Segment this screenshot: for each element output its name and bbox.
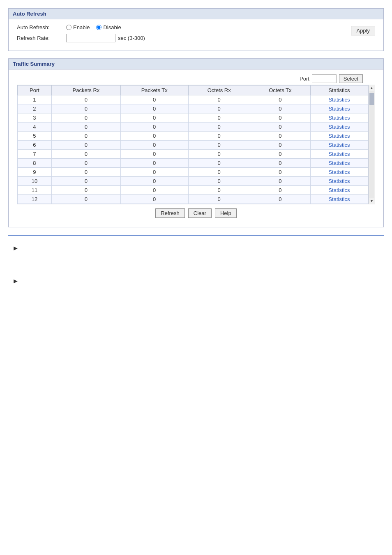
cell-statistics[interactable]: Statistics — [310, 159, 368, 168]
cell-octets-tx: 0 — [250, 159, 310, 168]
cell-octets-tx: 0 — [250, 186, 310, 195]
auto-refresh-header: Auto Refresh — [9, 9, 383, 19]
cell-port: 5 — [18, 132, 52, 141]
disable-radio[interactable] — [96, 25, 101, 30]
table-row: 6 0 0 0 0 Statistics — [18, 141, 368, 150]
enable-radio-option[interactable]: Enable — [66, 24, 90, 30]
refresh-rate-row: Refresh Rate: sec (3-300) — [17, 34, 145, 42]
table-row: 1 0 0 0 0 Statistics — [18, 95, 368, 104]
arrow-section-2: ► — [8, 277, 384, 301]
cell-port: 6 — [18, 141, 52, 150]
cell-octets-rx: 0 — [188, 168, 250, 177]
disable-radio-option[interactable]: Disable — [96, 24, 121, 30]
port-label: Port — [300, 76, 309, 82]
cell-packets-tx: 0 — [120, 141, 188, 150]
cell-packets-rx: 0 — [51, 150, 120, 159]
auto-refresh-radio-group: Enable Disable — [66, 24, 121, 30]
cell-packets-rx: 0 — [51, 113, 120, 123]
statistics-link[interactable]: Statistics — [328, 97, 350, 103]
cell-octets-rx: 0 — [188, 95, 250, 104]
cell-packets-rx: 0 — [51, 123, 120, 132]
cell-octets-rx: 0 — [188, 186, 250, 195]
enable-radio[interactable] — [66, 25, 71, 30]
table-row: 12 0 0 0 0 Statistics — [18, 195, 368, 204]
cell-packets-rx: 0 — [51, 177, 120, 186]
cell-packets-rx: 0 — [51, 195, 120, 204]
cell-statistics[interactable]: Statistics — [310, 104, 368, 113]
cell-port: 4 — [18, 123, 52, 132]
cell-statistics[interactable]: Statistics — [310, 141, 368, 150]
cell-octets-rx: 0 — [188, 141, 250, 150]
cell-port: 3 — [18, 113, 52, 123]
cell-octets-rx: 0 — [188, 150, 250, 159]
cell-packets-rx: 0 — [51, 95, 120, 104]
cell-statistics[interactable]: Statistics — [310, 177, 368, 186]
refresh-rate-label: Refresh Rate: — [17, 35, 66, 41]
cell-statistics[interactable]: Statistics — [310, 95, 368, 104]
cell-packets-tx: 0 — [120, 168, 188, 177]
clear-button[interactable]: Clear — [188, 208, 212, 218]
statistics-link[interactable]: Statistics — [328, 196, 350, 202]
cell-packets-tx: 0 — [120, 132, 188, 141]
col-packets-tx: Packets Tx — [120, 86, 188, 95]
cell-octets-rx: 0 — [188, 177, 250, 186]
statistics-link[interactable]: Statistics — [328, 133, 350, 139]
cell-octets-tx: 0 — [250, 177, 310, 186]
statistics-link[interactable]: Statistics — [328, 106, 350, 112]
statistics-link[interactable]: Statistics — [328, 178, 350, 184]
cell-octets-tx: 0 — [250, 150, 310, 159]
auto-refresh-title: Auto Refresh — [13, 11, 46, 17]
scroll-up-arrow[interactable]: ▲ — [370, 86, 374, 90]
arrow-icon-2: ► — [12, 278, 19, 285]
cell-octets-rx: 0 — [188, 159, 250, 168]
help-button[interactable]: Help — [215, 208, 237, 218]
cell-packets-tx: 0 — [120, 104, 188, 113]
cell-port: 7 — [18, 150, 52, 159]
scroll-down-arrow[interactable]: ▼ — [370, 199, 374, 204]
port-select-row: Port Select — [17, 74, 375, 83]
cell-octets-rx: 0 — [188, 113, 250, 123]
cell-packets-tx: 0 — [120, 113, 188, 123]
table-header-row: Port Packets Rx Packets Tx Octets Rx Oct… — [18, 86, 368, 95]
cell-packets-rx: 0 — [51, 104, 120, 113]
statistics-link[interactable]: Statistics — [328, 124, 350, 130]
scroll-thumb — [369, 93, 374, 105]
cell-octets-tx: 0 — [250, 113, 310, 123]
cell-packets-rx: 0 — [51, 132, 120, 141]
select-button[interactable]: Select — [339, 74, 363, 83]
table-row: 3 0 0 0 0 Statistics — [18, 113, 368, 123]
apply-button[interactable]: Apply — [351, 26, 375, 35]
cell-octets-tx: 0 — [250, 104, 310, 113]
cell-statistics[interactable]: Statistics — [310, 113, 368, 123]
table-row: 2 0 0 0 0 Statistics — [18, 104, 368, 113]
traffic-summary-content: Port Select Port Packets Rx Packets Tx O… — [9, 69, 383, 227]
cell-port: 12 — [18, 195, 52, 204]
auto-refresh-content: Auto Refresh: Enable Disable Refresh Rat — [9, 19, 383, 51]
cell-packets-tx: 0 — [120, 177, 188, 186]
statistics-link[interactable]: Statistics — [328, 169, 350, 175]
cell-statistics[interactable]: Statistics — [310, 168, 368, 177]
cell-packets-rx: 0 — [51, 141, 120, 150]
traffic-table: Port Packets Rx Packets Tx Octets Rx Oct… — [17, 85, 368, 204]
cell-octets-tx: 0 — [250, 95, 310, 104]
statistics-link[interactable]: Statistics — [328, 115, 350, 121]
cell-statistics[interactable]: Statistics — [310, 123, 368, 132]
table-row: 5 0 0 0 0 Statistics — [18, 132, 368, 141]
statistics-link[interactable]: Statistics — [328, 187, 350, 193]
cell-octets-tx: 0 — [250, 132, 310, 141]
scrollbar[interactable]: ▲ ▼ — [368, 85, 375, 204]
cell-octets-tx: 0 — [250, 141, 310, 150]
statistics-link[interactable]: Statistics — [328, 151, 350, 157]
statistics-link[interactable]: Statistics — [328, 160, 350, 166]
cell-statistics[interactable]: Statistics — [310, 132, 368, 141]
cell-packets-tx: 0 — [120, 195, 188, 204]
statistics-link[interactable]: Statistics — [328, 142, 350, 148]
cell-port: 9 — [18, 168, 52, 177]
cell-statistics[interactable]: Statistics — [310, 150, 368, 159]
port-input[interactable] — [312, 74, 337, 83]
cell-statistics[interactable]: Statistics — [310, 186, 368, 195]
refresh-button[interactable]: Refresh — [155, 208, 185, 218]
traffic-table-inner: Port Packets Rx Packets Tx Octets Rx Oct… — [17, 85, 368, 204]
refresh-rate-input[interactable] — [66, 34, 115, 42]
cell-statistics[interactable]: Statistics — [310, 195, 368, 204]
